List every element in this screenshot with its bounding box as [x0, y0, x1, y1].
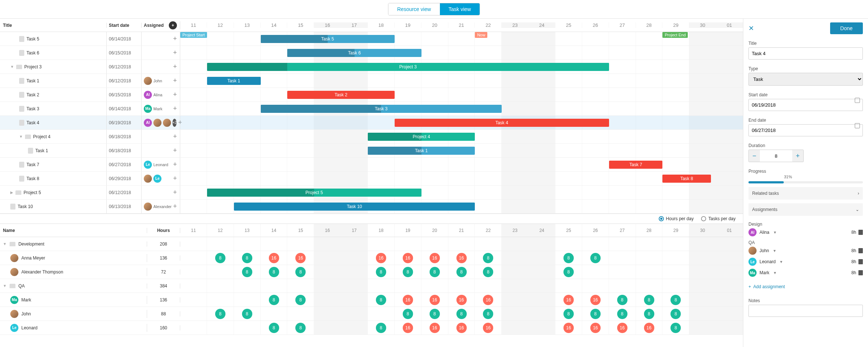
stepper-plus[interactable]: + — [792, 150, 803, 162]
add-task-icon[interactable]: + — [173, 147, 177, 154]
chevron-down-icon[interactable]: ▼ — [3, 242, 7, 246]
assignments-accordion[interactable]: Assignments⌄ — [748, 203, 863, 216]
chevron-down-icon[interactable]: ▾ — [774, 270, 776, 275]
gantt-bar[interactable]: Task 10 — [234, 203, 475, 211]
resource-name: Mark — [21, 297, 31, 303]
task-row[interactable]: Task 1 06/12/2018 John+ — [0, 74, 180, 88]
gantt-bar[interactable]: Task 3 — [261, 105, 502, 113]
chevron-down-icon[interactable]: ▼ — [3, 284, 7, 288]
gantt-bar[interactable]: Task 5 — [261, 35, 395, 43]
add-task-icon[interactable]: + — [173, 189, 177, 196]
task-row[interactable]: Task 3 06/14/2018 MaMark+ — [0, 102, 180, 116]
related-tasks-accordion[interactable]: Related tasks› — [748, 187, 863, 200]
gantt-bar[interactable]: Task 6 — [287, 49, 421, 57]
add-task-icon[interactable]: + — [173, 105, 177, 112]
assignment-row: Al Alina ▾ 8h — [748, 227, 863, 238]
task-row[interactable]: Task 6 06/15/2018 + — [0, 46, 180, 60]
hours-bubble: 8 — [563, 267, 574, 277]
stepper-minus[interactable]: − — [749, 150, 760, 162]
res-cell: 16 — [395, 251, 421, 265]
gantt-bar[interactable]: Task 2 — [287, 91, 394, 99]
res-cell — [636, 279, 663, 293]
tasks-per-day-radio[interactable]: Tasks per day — [701, 216, 736, 221]
task-start-date: 06/18/2018 — [107, 144, 142, 157]
resource-row[interactable]: MaMark 136 — [0, 293, 180, 307]
res-cell — [234, 293, 261, 307]
trash-icon[interactable] — [858, 270, 863, 275]
gantt-bar[interactable]: Task 4 — [395, 119, 609, 127]
add-column-btn[interactable]: + — [169, 21, 177, 29]
calendar-icon[interactable] — [855, 98, 860, 103]
start-date-input[interactable] — [748, 99, 863, 111]
resource-row[interactable]: John 88 — [0, 307, 180, 321]
resource-view-btn[interactable]: Resource view — [388, 3, 440, 15]
gantt-bar[interactable]: Task 8 — [662, 175, 711, 183]
add-task-icon[interactable]: + — [173, 133, 177, 140]
trash-icon[interactable] — [858, 259, 863, 264]
add-task-icon[interactable]: + — [173, 77, 177, 85]
gantt-bar[interactable]: Task 1 — [207, 77, 261, 85]
done-button[interactable]: Done — [830, 22, 863, 34]
gantt-bar[interactable]: Task 7 — [609, 161, 663, 169]
add-task-icon[interactable]: + — [173, 35, 177, 43]
chevron-down-icon[interactable]: ▼ — [10, 65, 14, 69]
res-cell — [341, 279, 368, 293]
duration-input[interactable] — [760, 150, 792, 162]
task-row[interactable]: ▼Project 4 06/18/2018 + — [0, 130, 180, 144]
resource-row[interactable]: ▼QA 384 — [0, 279, 180, 293]
task-row[interactable]: Task 10 06/13/2018 Alexander+ — [0, 200, 180, 214]
resource-row[interactable]: LeLeonard 160 — [0, 321, 180, 335]
hours-per-day-radio[interactable]: Hours per day — [659, 216, 694, 221]
task-row[interactable]: ▼Project 3 06/12/2018 + — [0, 60, 180, 74]
res-cell: 8 — [368, 265, 395, 279]
resource-row[interactable]: Anna Meyer 136 — [0, 251, 180, 265]
trash-icon[interactable] — [858, 248, 863, 253]
calendar-icon[interactable] — [855, 123, 860, 128]
res-cell: 8 — [287, 321, 314, 335]
task-row[interactable]: Task 5 06/14/2018 + — [0, 32, 180, 46]
add-assignment-link[interactable]: + Add assignment — [748, 282, 863, 291]
notes-input[interactable] — [748, 305, 863, 317]
chevron-right-icon[interactable]: ▶ — [10, 190, 13, 194]
trash-icon[interactable] — [858, 230, 863, 235]
more-badge[interactable]: +2 — [172, 119, 177, 127]
hours-bubble: 8 — [590, 253, 601, 263]
type-select[interactable]: Task — [748, 73, 863, 86]
gantt-bar[interactable]: Project 3 — [207, 63, 609, 71]
chevron-down-icon[interactable]: ▾ — [780, 259, 782, 264]
add-task-icon[interactable]: + — [173, 203, 177, 210]
task-row[interactable]: Task 2 06/15/2018 AlAlina+ — [0, 88, 180, 102]
progress-slider[interactable]: 31% — [748, 181, 863, 183]
task-row[interactable]: Task 8 06/29/2018 Le+ — [0, 172, 180, 186]
res-cell — [395, 237, 421, 251]
assignee-name: Leonard — [760, 259, 776, 264]
end-date-input[interactable] — [748, 124, 863, 136]
task-view-btn[interactable]: Task view — [440, 3, 480, 15]
gantt-bar[interactable]: Task 1 — [368, 147, 475, 155]
add-task-icon[interactable]: + — [173, 175, 177, 182]
chevron-down-icon[interactable]: ▼ — [19, 135, 23, 139]
res-cell — [689, 237, 716, 251]
chevron-down-icon[interactable]: ▾ — [773, 248, 776, 253]
add-task-icon[interactable]: + — [173, 91, 177, 99]
resource-row[interactable]: ▼Development 208 — [0, 237, 180, 251]
day-header: 13 — [234, 22, 261, 28]
gantt-bar[interactable]: Project 5 — [207, 189, 421, 197]
task-row[interactable]: ▶Project 5 06/12/2018 + — [0, 186, 180, 200]
add-task-icon[interactable]: + — [173, 161, 177, 168]
close-icon[interactable]: ✕ — [748, 24, 754, 32]
add-task-icon[interactable]: + — [173, 63, 177, 71]
gantt-bar[interactable]: Project 4 — [368, 133, 475, 141]
chevron-down-icon[interactable]: ▾ — [774, 230, 776, 235]
task-row[interactable]: Task 4 06/19/2018 Al+2+ — [0, 116, 180, 130]
task-row[interactable]: Task 7 06/27/2018 LeLeonard+ — [0, 158, 180, 172]
res-cell: 8 — [207, 307, 234, 321]
res-day-header: 21 — [448, 224, 475, 237]
title-input[interactable] — [748, 47, 863, 60]
resource-row[interactable]: Alexander Thompson 72 — [0, 265, 180, 279]
add-task-icon[interactable]: + — [173, 49, 177, 57]
res-cell — [502, 307, 529, 321]
task-row[interactable]: Task 1 06/18/2018 + — [0, 144, 180, 158]
res-cell — [314, 293, 341, 307]
res-cell — [529, 307, 555, 321]
